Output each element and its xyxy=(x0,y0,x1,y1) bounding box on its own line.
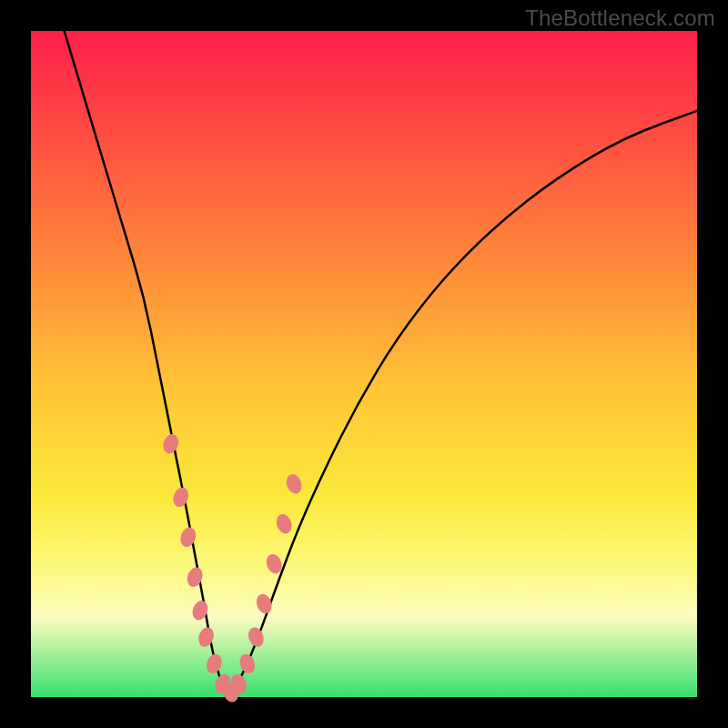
watermark-text: TheBottleneck.com xyxy=(525,5,715,31)
bead-marker xyxy=(196,625,217,649)
bead-marker xyxy=(170,485,191,509)
curve-layer xyxy=(31,31,697,697)
curve-right-branch xyxy=(231,111,697,697)
chart-frame: TheBottleneck.com xyxy=(0,0,728,728)
plot-area xyxy=(31,31,697,697)
bead-marker xyxy=(160,432,181,456)
bead-marker xyxy=(274,512,295,536)
bead-marker xyxy=(178,525,199,549)
curve-left-branch xyxy=(65,31,231,697)
bead-marker xyxy=(204,652,225,675)
bead-marker xyxy=(284,472,305,496)
bead-marker xyxy=(254,592,275,615)
bead-marker xyxy=(238,652,258,675)
bead-marker xyxy=(246,625,267,649)
bead-marker xyxy=(185,565,206,589)
